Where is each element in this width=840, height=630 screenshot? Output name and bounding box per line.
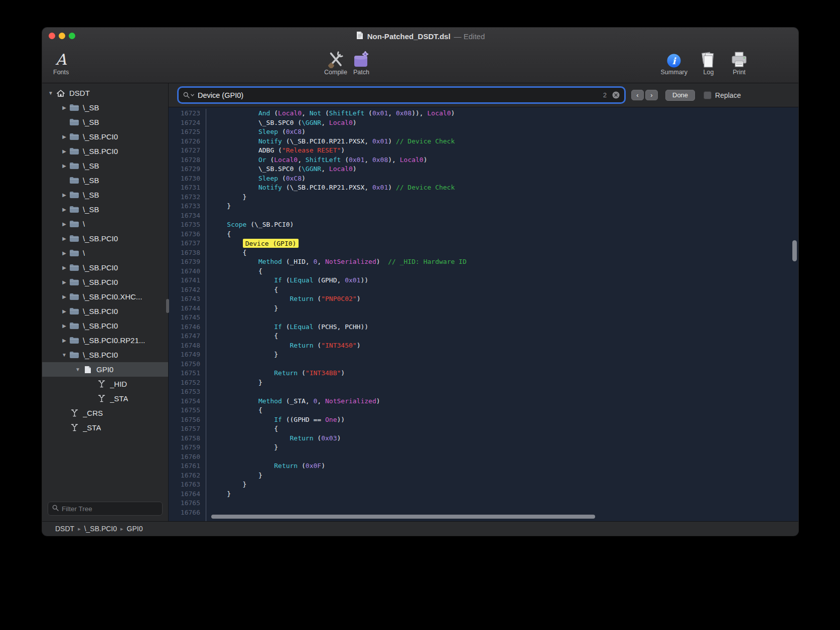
code-line-16730: Sleep (0xC8) [211,174,798,184]
tree-item-sb[interactable]: \_SB [42,173,168,188]
line-number: 16759 [169,443,200,452]
code-token [211,416,274,423]
tree-item-hid[interactable]: _HID [42,377,168,391]
breadcrumb-item-dsdt[interactable]: DSDT [55,525,74,533]
tree-item-[interactable]: ▶\ [42,246,168,260]
disclosure-closed-icon[interactable]: ▶ [60,192,69,198]
disclosure-open-icon[interactable]: ▼ [60,352,69,358]
sidebar-splitter-handle[interactable] [166,299,169,313]
code-token: Local0 [329,165,353,173]
disclosure-closed-icon[interactable]: ▶ [60,338,69,343]
method-icon [69,424,80,431]
titlebar[interactable]: Non-Patched_DSDT.dsl — Edited [42,28,798,45]
code-content[interactable]: And (Local0, Not (ShiftLeft (0x01, 0x08)… [206,109,798,521]
clear-search-button[interactable] [612,91,620,99]
code-line-16727: ADBG ("Release RESET") [211,146,798,155]
tree-item-sbpci0[interactable]: ▶\_SB.PCI0 [42,260,168,275]
tree-item-sb[interactable]: ▶\_SB [42,202,168,217]
breadcrumb-item-gpi0[interactable]: GPI0 [127,525,143,533]
folder-icon [69,337,80,344]
tree-item-sta[interactable]: _STA [42,420,168,435]
code-line-16723: And (Local0, Not (ShiftLeft (0x01, 0x08)… [211,109,798,118]
code-token: ( [298,369,306,377]
disclosure-closed-icon[interactable]: ▶ [60,207,69,212]
tree-item-sbpci0[interactable]: ▶\_SB.PCI0 [42,319,168,333]
print-button[interactable]: Print [730,48,749,76]
tree-item-sb[interactable]: ▶\_SB [42,188,168,202]
tree-item-sbpci0[interactable]: ▶\_SB.PCI0 [42,304,168,319]
disclosure-closed-icon[interactable]: ▶ [60,163,69,169]
disclosure-closed-icon[interactable]: ▶ [60,221,69,227]
tree-item-sb[interactable]: ▶\_SB [42,100,168,115]
tree-item-dsdt[interactable]: ▼DSDT [42,86,168,100]
summary-button[interactable]: i Summary [661,48,687,76]
disclosure-closed-icon[interactable]: ▶ [60,148,69,154]
code-token: ( [314,434,322,442]
disclosure-closed-icon[interactable]: ▶ [60,279,69,285]
disclosure-closed-icon[interactable]: ▶ [60,250,69,256]
folder-icon [69,133,80,140]
code-token: , [302,109,310,117]
document-proxy-icon[interactable] [356,31,364,41]
code-line-16746: If (LEqual (PCHS, PCHH)) [211,323,798,332]
line-number: 16758 [169,434,200,443]
tree-item-sta[interactable]: _STA [42,391,168,406]
tree-item-sbpci0[interactable]: ▼\_SB.PCI0 [42,348,168,362]
code-line-16733: } [211,202,798,211]
log-icon [698,48,719,68]
tree-item-[interactable]: ▶\ [42,217,168,231]
disclosure-closed-icon[interactable]: ▶ [60,134,69,139]
tree-item-sbpci0xhc[interactable]: ▶\_SB.PCI0.XHC... [42,289,168,304]
code-token [211,239,243,247]
find-previous-button[interactable]: ‹ [631,90,644,100]
disclosure-closed-icon[interactable]: ▶ [60,308,69,314]
replace-checkbox[interactable] [704,91,712,99]
log-button[interactable]: Log [698,48,719,76]
tree-item-sb[interactable]: ▶\_SB [42,159,168,173]
vertical-scrollbar-thumb[interactable] [792,240,797,261]
filter-tree-input[interactable]: Filter Tree [48,502,163,516]
code-token: 0x01 [372,137,388,145]
line-number: 16762 [169,471,200,481]
toolbar-item-label: Summary [661,69,687,76]
disclosure-open-icon[interactable]: ▼ [73,367,82,372]
code-token: ), [388,156,399,164]
tree-item-crs[interactable]: _CRS [42,406,168,420]
tree-item-sbpci0[interactable]: ▶\_SB.PCI0 [42,231,168,246]
zoom-window-button[interactable] [69,33,75,39]
tree-item-sbpci0rp21[interactable]: ▶\_SB.PCI0.RP21... [42,333,168,348]
code-line-16750 [211,360,798,369]
find-input[interactable]: Device (GPI0) 2 [179,88,624,102]
disclosure-closed-icon[interactable]: ▶ [60,265,69,270]
disclosure-closed-icon[interactable]: ▶ [60,105,69,110]
code-editor[interactable]: 1672316724167251672616727167281672916730… [169,107,798,521]
disclosure-closed-icon[interactable]: ▶ [60,323,69,329]
tree-item-sbpci0[interactable]: ▶\_SB.PCI0 [42,144,168,159]
disclosure-closed-icon[interactable]: ▶ [60,236,69,241]
line-number: 16729 [169,165,200,174]
code-token: Notify [258,184,282,191]
fonts-button[interactable]: A Fonts [53,48,69,76]
horizontal-scrollbar-thumb[interactable] [211,515,595,519]
compile-button[interactable]: Compile [324,48,347,76]
tree-item-gpi0[interactable]: ▼GPI0 [42,362,168,377]
disclosure-open-icon[interactable]: ▼ [46,90,55,96]
minimize-window-button[interactable] [59,33,65,39]
code-token: )) [337,416,345,423]
done-button[interactable]: Done [665,90,695,101]
breadcrumb-item-sbpci0[interactable]: \_SB.PCI0 [84,525,117,533]
patch-button[interactable]: Patch [352,48,370,76]
search-menu-icon[interactable] [183,92,194,98]
code-token: Return [290,342,314,349]
line-number: 16728 [169,155,200,165]
find-next-button[interactable]: › [645,90,658,100]
disclosure-closed-icon[interactable]: ▶ [60,294,69,299]
tree-item-label: \_SB.PCI0 [83,307,118,316]
tree-item-sb[interactable]: \_SB [42,115,168,129]
tree-item-sbpci0[interactable]: ▶\_SB.PCI0 [42,129,168,144]
code-token [211,323,274,331]
close-window-button[interactable] [49,33,55,39]
tree-item-sbpci0[interactable]: ▶\_SB.PCI0 [42,275,168,289]
code-token: ) [341,146,345,154]
method-icon [69,409,80,417]
